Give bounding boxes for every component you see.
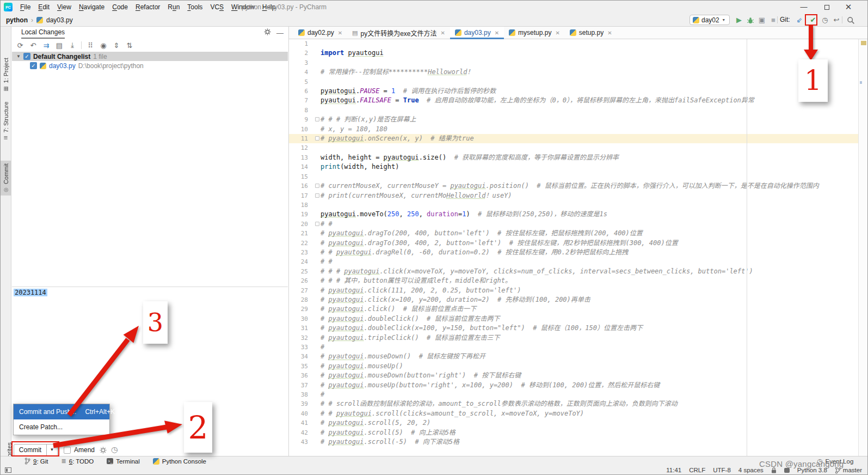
toolwindow-python-console[interactable]: Python Console [153, 458, 206, 465]
toolwindow-terminal[interactable]: >_Terminal [107, 458, 139, 465]
fold-marker-icon[interactable] [315, 117, 319, 121]
menu-run[interactable]: Run [164, 1, 183, 14]
code-text: # currentMouseX, currentMouseY = pyautog… [321, 181, 860, 191]
menu-item-commit-and-push[interactable]: Commit and Push...Ctrl+Alt+K [14, 404, 109, 419]
expand-all-icon[interactable]: ⇕ [112, 41, 121, 50]
group-by-icon[interactable]: ⠿ [86, 41, 95, 50]
menu-item-create-patch[interactable]: Create Patch... [14, 419, 109, 435]
gear-icon[interactable] [264, 28, 271, 37]
warning-stripe-mark [861, 41, 866, 45]
close-icon[interactable]: ✕ [495, 30, 499, 36]
status-utf-8[interactable]: UTF-8 [713, 467, 731, 473]
run-config-selector[interactable]: day02 ▾ [690, 15, 730, 25]
code-lines[interactable]: 12import pyautogui34# 常用操作--控制鼠标********… [289, 39, 860, 447]
tab-label: day02.py [307, 29, 334, 36]
line-number: 32 [289, 333, 315, 343]
stripe-commit[interactable]: ◎Commit [1, 161, 11, 196]
code-segment: # pyautogui.scroll(-5) # 向下滚动5格 [321, 438, 459, 446]
stripe-1-project[interactable]: ▦1: Project [1, 55, 11, 94]
minimize-button[interactable]: — [794, 1, 814, 13]
breadcrumb-file[interactable]: day03.py [46, 16, 73, 24]
maximize-button[interactable] [817, 1, 836, 13]
code-text: # pyautogui.scroll(5, 20, 2) [321, 418, 860, 428]
toolwindow-9-git[interactable]: 9: Git [24, 458, 48, 465]
debug-icon[interactable] [746, 15, 755, 25]
amend-option[interactable]: Amend [64, 446, 95, 454]
commit-message-input[interactable]: 20231114 [14, 289, 47, 296]
expand-arrow-icon[interactable]: ▼ [16, 54, 21, 59]
menu-navigate[interactable]: Navigate [75, 1, 108, 14]
rollback-icon[interactable]: ↩ [832, 15, 841, 25]
tab-py-exe[interactable]: ▤py文件转换为exe文件方法✕ [347, 27, 450, 39]
stripe-label: 7: Structure [3, 101, 9, 132]
tab-mysetup-py[interactable]: mysetup.py✕ [504, 27, 565, 39]
code-text: # # pyautogui.scroll(clicks=amount_to_sc… [321, 409, 860, 418]
fold-zone [315, 362, 321, 371]
menu-code[interactable]: Code [108, 1, 132, 14]
update-project-icon[interactable]: ⇙ [795, 15, 804, 25]
close-button[interactable]: ✕ [839, 1, 858, 13]
status-crlf[interactable]: CRLF [689, 467, 705, 473]
refresh-icon[interactable]: ⟳ [16, 41, 24, 50]
editor-scrollbar[interactable] [858, 39, 867, 456]
code-text: # pyautogui.click(111, 200, 2, 0.25, but… [321, 286, 860, 295]
breadcrumb-project[interactable]: python [6, 16, 28, 24]
code-segment: # pyautogui.scroll(5) # 向上滚动5格 [321, 429, 455, 436]
file-checkbox[interactable]: ✓ [30, 62, 37, 69]
run-icon[interactable]: ▶ [734, 15, 744, 25]
hide-panel-icon[interactable]: — [276, 29, 284, 36]
code-segment: # # scroll函数控制鼠标滚轮的滚动，amount_to_scroll参数… [321, 400, 678, 407]
status-11-41[interactable]: 11:41 [666, 467, 681, 473]
fold-marker-icon[interactable] [315, 222, 319, 226]
preview-diff-icon[interactable]: ◉ [99, 41, 108, 50]
search-icon[interactable] [846, 15, 855, 25]
close-icon[interactable]: ✕ [338, 30, 342, 36]
code-text [321, 58, 860, 68]
amend-checkbox[interactable] [64, 447, 71, 454]
code-segment: # pyautogui.onScreen(x, y) # 结果为true [321, 135, 474, 142]
collapse-all-icon[interactable]: ⇅ [125, 41, 134, 50]
fold-zone [315, 96, 321, 105]
changelist-row[interactable]: ▼ ✓ Default Changelist 1 file [12, 52, 288, 61]
fold-zone [315, 371, 321, 380]
rollback-icon[interactable]: ↶ [29, 41, 38, 50]
menu-vcs[interactable]: VCS [206, 1, 227, 14]
tab-day02-py[interactable]: day02.py✕ [293, 27, 347, 39]
close-icon[interactable]: ✕ [607, 30, 612, 36]
history-icon[interactable]: ◷ [111, 445, 118, 454]
stripe-7-structure[interactable]: ≣7: Structure [1, 99, 11, 142]
close-icon[interactable]: ✕ [555, 30, 559, 36]
history-icon[interactable]: ◷ [820, 15, 830, 25]
menu-file[interactable]: File [16, 1, 34, 14]
fold-zone [315, 115, 321, 124]
code-text [321, 143, 860, 153]
fold-marker-icon[interactable] [315, 136, 319, 141]
fold-marker-icon[interactable] [315, 193, 319, 198]
python-file-icon [40, 63, 46, 69]
changed-file-row[interactable]: ✓ day03.py D:\book\project\python [12, 61, 288, 70]
shelve-icon[interactable]: ⇉ [42, 41, 51, 50]
code-segment: , [419, 210, 427, 218]
toolwindow-toggle-icon[interactable] [5, 467, 11, 473]
menu-tools[interactable]: Tools [183, 1, 206, 14]
unshelve-icon[interactable]: ⤓ [68, 41, 77, 50]
tab-day03-py[interactable]: day03.py✕ [450, 27, 504, 39]
menu-edit[interactable]: Edit [34, 1, 53, 14]
tab-local-changes[interactable]: Local Changes [21, 27, 65, 39]
fold-marker-icon[interactable] [315, 184, 319, 188]
menu-view[interactable]: View [53, 1, 75, 14]
stop-icon[interactable]: ■ [768, 15, 778, 25]
close-icon[interactable]: ✕ [441, 30, 445, 36]
gear-icon[interactable] [100, 447, 107, 455]
code-text [321, 77, 860, 87]
line-number: 30 [289, 314, 315, 324]
menu-refactor[interactable]: Refactor [132, 1, 164, 14]
coverage-icon[interactable]: ▣ [757, 15, 767, 25]
tab-setup-py[interactable]: setup.py✕ [565, 27, 617, 39]
code-text: # pyautogui.dragTo(300, 400, 2, button='… [321, 239, 860, 248]
code-segment: ) [466, 210, 478, 218]
line-number: 37 [289, 381, 315, 390]
changelist-checkbox[interactable]: ✓ [23, 53, 30, 60]
show-diff-icon[interactable]: ▤ [55, 41, 64, 50]
toolwindow-6-todo[interactable]: ≣6: TODO [61, 458, 94, 465]
